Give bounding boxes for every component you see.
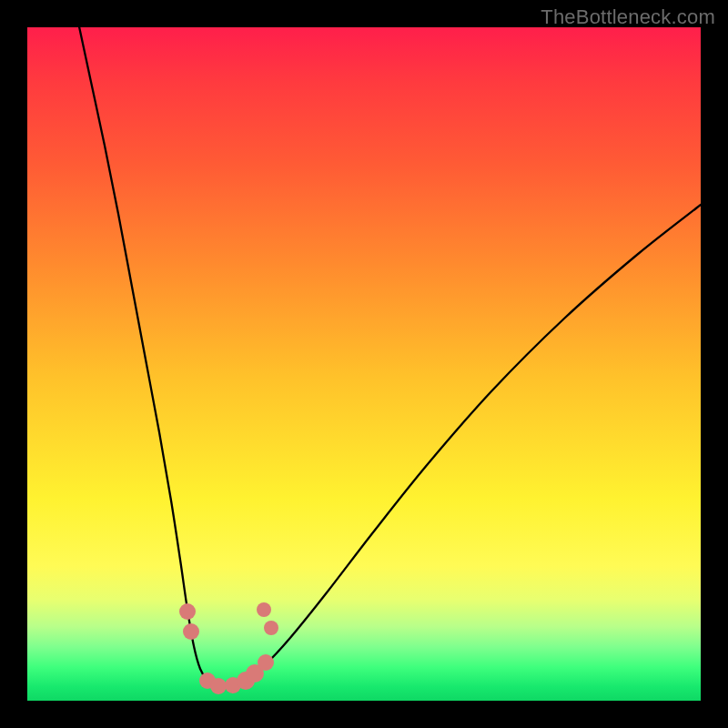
highlight-dot: [258, 654, 274, 671]
watermark-text: TheBottleneck.com: [541, 5, 715, 29]
highlight-dot: [264, 621, 278, 635]
chart-plot-area: [27, 27, 701, 701]
highlight-dot: [257, 602, 271, 617]
highlight-dot: [210, 678, 227, 694]
highlight-dot: [183, 623, 199, 640]
highlight-dot: [179, 603, 196, 620]
bottleneck-curve-svg: [27, 27, 701, 701]
bottleneck-curve-line: [77, 18, 701, 687]
